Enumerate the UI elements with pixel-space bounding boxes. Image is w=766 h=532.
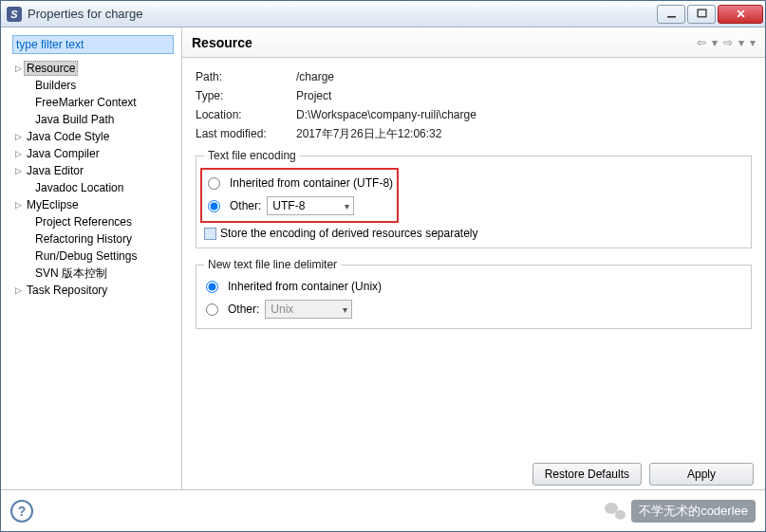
store-encoding-label: Store the encoding of derived resources … xyxy=(220,227,478,240)
encoding-inherited-row[interactable]: Inherited from container (UTF-8) xyxy=(206,172,393,194)
tree-item[interactable]: ▷Java Compiler xyxy=(10,145,177,162)
expand-icon[interactable]: ▷ xyxy=(12,165,24,176)
help-button[interactable]: ? xyxy=(10,500,33,523)
tree-item[interactable]: Javadoc Location xyxy=(10,179,177,196)
expand-icon[interactable]: ▷ xyxy=(12,131,24,142)
tree-item[interactable]: Builders xyxy=(10,77,177,94)
header-nav: ⇦ ▾ ⇨ ▾ ▾ xyxy=(697,36,756,49)
wechat-icon xyxy=(605,503,626,520)
page-title: Resource xyxy=(192,35,697,50)
prop-type: Type:Project xyxy=(196,86,752,105)
back-menu-icon[interactable]: ▾ xyxy=(712,36,718,49)
close-button[interactable] xyxy=(718,5,763,24)
delimiter-inherited-radio[interactable] xyxy=(206,281,218,293)
encoding-group: Text file encoding Inherited from contai… xyxy=(196,149,752,248)
delimiter-other-label: Other: xyxy=(228,303,259,316)
back-icon[interactable]: ⇦ xyxy=(697,36,706,49)
footer-buttons: Restore Defaults Apply xyxy=(182,455,765,489)
tree-item[interactable]: ▷Task Repository xyxy=(10,282,177,299)
delimiter-inherited-label: Inherited from container (Unix) xyxy=(228,280,382,293)
delimiter-inherited-row[interactable]: Inherited from container (Unix) xyxy=(204,275,743,298)
delimiter-other-radio[interactable] xyxy=(206,303,218,316)
prop-path: Path:/charge xyxy=(196,67,752,86)
store-encoding-checkbox[interactable] xyxy=(204,228,216,240)
main-panel: Resource ⇦ ▾ ⇨ ▾ ▾ Path:/charge Type:Pro… xyxy=(182,28,765,489)
forward-icon[interactable]: ⇨ xyxy=(723,36,733,49)
tree-item[interactable]: Java Build Path xyxy=(10,111,177,128)
expand-icon[interactable]: ▷ xyxy=(12,284,24,296)
svg-rect-1 xyxy=(698,9,706,17)
delimiter-other-combo: Unix xyxy=(265,300,352,319)
dialog-content: ▷ResourceBuildersFreeMarker ContextJava … xyxy=(1,28,765,489)
tree-item[interactable]: Project References xyxy=(10,213,177,230)
window-buttons xyxy=(657,5,763,24)
apply-button[interactable]: Apply xyxy=(649,463,754,486)
restore-defaults-button[interactable]: Restore Defaults xyxy=(532,463,642,486)
encoding-inherited-label: Inherited from container (UTF-8) xyxy=(230,176,393,190)
maximize-button[interactable] xyxy=(687,5,716,24)
tree-item[interactable]: Run/Debug Settings xyxy=(10,248,177,265)
store-encoding-row[interactable]: Store the encoding of derived resources … xyxy=(204,227,743,240)
encoding-other-radio[interactable] xyxy=(208,200,220,212)
encoding-other-combo[interactable]: UTF-8 xyxy=(267,196,354,215)
bottom-bar: ? 不学无术的coderlee xyxy=(1,489,765,531)
encoding-highlight: Inherited from container (UTF-8) Other: … xyxy=(200,168,399,223)
tree-item[interactable]: FreeMarker Context xyxy=(10,94,177,111)
filter-input[interactable] xyxy=(12,35,174,54)
window-title: Properties for charge xyxy=(28,7,657,21)
watermark-text: 不学无术的coderlee xyxy=(631,500,756,523)
tree-item[interactable]: Refactoring History xyxy=(10,230,177,248)
forward-menu-icon[interactable]: ▾ xyxy=(738,36,744,49)
tree-item[interactable]: ▷Java Editor xyxy=(10,162,177,179)
watermark: 不学无术的coderlee xyxy=(605,500,756,523)
expand-icon[interactable]: ▷ xyxy=(12,199,24,211)
prop-last-modified: Last modified:2017年7月26日上午12:06:32 xyxy=(196,124,752,143)
minimize-button[interactable] xyxy=(657,5,685,24)
tree-item[interactable]: ▷Resource xyxy=(10,60,177,77)
main-body: Path:/charge Type:Project Location:D:\Wo… xyxy=(182,58,765,455)
category-tree: ▷ResourceBuildersFreeMarker ContextJava … xyxy=(5,58,177,299)
encoding-inherited-radio[interactable] xyxy=(208,177,220,190)
encoding-legend: Text file encoding xyxy=(204,149,300,162)
app-icon: S xyxy=(7,7,22,22)
encoding-other-row[interactable]: Other: UTF-8 xyxy=(206,194,393,217)
expand-icon[interactable]: ▷ xyxy=(12,148,24,159)
delimiter-other-row[interactable]: Other: Unix xyxy=(204,298,743,321)
tree-item[interactable]: SVN 版本控制 xyxy=(10,265,177,282)
delimiter-group: New text file line delimiter Inherited f… xyxy=(196,258,752,329)
tree-item[interactable]: ▷MyEclipse xyxy=(10,196,177,213)
tree-item[interactable]: ▷Java Code Style xyxy=(10,128,177,145)
prop-location: Location:D:\Workspace\company-ruili\char… xyxy=(196,105,752,124)
window-titlebar: S Properties for charge xyxy=(1,1,765,28)
delimiter-legend: New text file line delimiter xyxy=(204,258,341,271)
view-menu-icon[interactable]: ▾ xyxy=(750,36,756,49)
encoding-other-label: Other: xyxy=(230,199,261,212)
expand-icon[interactable]: ▷ xyxy=(12,63,24,74)
category-sidebar: ▷ResourceBuildersFreeMarker ContextJava … xyxy=(1,28,182,489)
main-header: Resource ⇦ ▾ ⇨ ▾ ▾ xyxy=(182,28,765,58)
